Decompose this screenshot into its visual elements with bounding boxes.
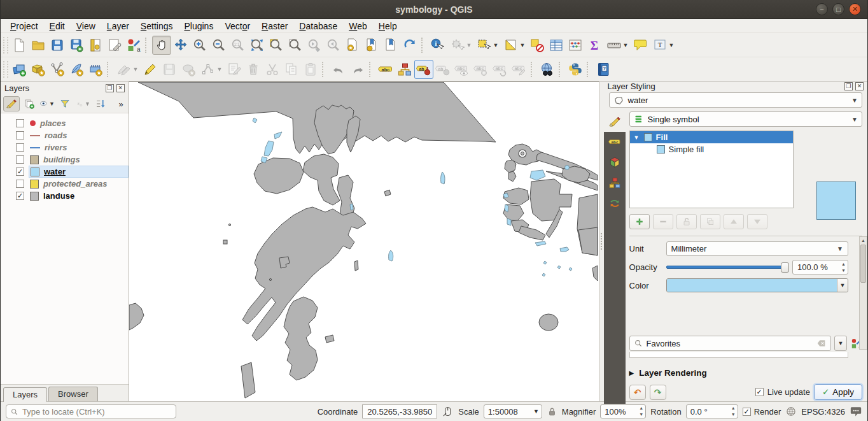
style-filter-dropdown[interactable]: ▼	[834, 336, 847, 351]
lock-symbol-layer-button[interactable]	[676, 214, 697, 229]
open-attribute-table-button[interactable]	[547, 36, 566, 55]
rotate-label-button[interactable]	[491, 60, 510, 79]
move-up-button[interactable]	[724, 214, 744, 229]
menu-vector[interactable]: Vector	[219, 20, 256, 32]
live-update-checkbox[interactable]: ✓	[755, 388, 764, 396]
layer-row-body[interactable]: water	[29, 166, 129, 178]
layer-selector-dropdown[interactable]: water ▼	[609, 92, 862, 108]
styling-tab-labels[interactable]	[604, 132, 626, 152]
zoom-to-selection-button[interactable]	[267, 36, 286, 55]
select-by-form-button[interactable]: ▼	[501, 36, 528, 55]
layer-name[interactable]: protected_areas	[43, 179, 107, 189]
layer-row-body[interactable]: roads	[29, 130, 129, 141]
show-bookmark-manager-button[interactable]	[381, 36, 400, 55]
pan-map-button[interactable]	[152, 36, 171, 55]
menu-plugins[interactable]: Plugins	[178, 20, 219, 32]
refresh-map-button[interactable]	[400, 36, 419, 55]
new-spatialite-layer-button[interactable]	[67, 60, 86, 79]
select-features-button[interactable]: ▼	[474, 36, 501, 55]
show-spatial-bookmarks-button[interactable]	[362, 36, 381, 55]
open-project-button[interactable]	[29, 36, 48, 55]
add-polygon-feature-button[interactable]	[179, 60, 198, 79]
dropdown-caret-icon[interactable]: ▼	[669, 42, 675, 48]
dropdown-caret-icon[interactable]: ▼	[85, 101, 90, 107]
menu-help[interactable]: Help	[373, 20, 403, 32]
duplicate-symbol-layer-button[interactable]	[700, 214, 720, 229]
current-edits-button[interactable]: ▼	[114, 60, 141, 79]
layer-visibility-checkbox[interactable]	[16, 131, 24, 139]
dropdown-caret-icon[interactable]: ▼	[493, 42, 499, 48]
spin-arrows-icon[interactable]: ▲▼	[731, 405, 736, 418]
filter-legend-button[interactable]	[57, 96, 73, 111]
redo-style-button[interactable]: ↷	[650, 385, 666, 400]
styling-tab-diagrams[interactable]	[604, 173, 626, 193]
minimize-button[interactable]: −	[816, 3, 828, 15]
save-layer-edits-button[interactable]	[160, 60, 179, 79]
map-canvas[interactable]	[129, 82, 599, 401]
dropdown-caret-icon[interactable]: ▼	[623, 42, 629, 48]
show-hide-labels-button[interactable]	[452, 60, 472, 79]
color-button[interactable]: ▼	[666, 278, 848, 292]
move-label-button[interactable]	[472, 60, 491, 79]
new-virtual-layer-button[interactable]	[86, 60, 105, 79]
zoom-next-button[interactable]	[324, 36, 343, 55]
dropdown-caret-icon[interactable]: ▼	[466, 42, 472, 48]
run-feature-action-button[interactable]: ▼	[447, 36, 474, 55]
styling-tab-symbology[interactable]	[604, 111, 626, 132]
layer-row-roads[interactable]: roads	[1, 129, 129, 141]
layers-panel-close-icon[interactable]: ✕	[116, 84, 125, 92]
coordinate-field[interactable]: 20.5265,-33.9850	[362, 404, 437, 418]
menu-raster[interactable]: Raster	[256, 20, 293, 32]
tab-browser[interactable]: Browser	[48, 387, 98, 401]
new-shapefile-layer-button[interactable]	[48, 60, 67, 79]
filter-by-expression-button[interactable]: ▼	[74, 96, 91, 111]
close-button[interactable]: ✕	[849, 3, 861, 15]
dropdown-caret-icon[interactable]: ▼	[49, 101, 55, 107]
layer-rendering-section[interactable]: ▶ Layer Rendering	[629, 368, 862, 378]
layer-name[interactable]: landuse	[43, 191, 74, 201]
pan-map-to-selection-button[interactable]	[171, 36, 190, 55]
zoom-native-button[interactable]	[228, 36, 248, 55]
zoom-to-layer-button[interactable]	[286, 36, 305, 55]
redo-button[interactable]	[348, 60, 367, 79]
maximize-button[interactable]: □	[832, 3, 844, 15]
toolbar-handle[interactable]	[3, 37, 8, 54]
layer-diagram-options-button[interactable]	[395, 60, 414, 79]
layer-labeling-options-button[interactable]	[376, 60, 395, 79]
dropdown-caret-icon[interactable]: ▼	[133, 66, 139, 73]
symbol-tree-row-fill[interactable]: ▼Fill	[630, 131, 793, 143]
layer-row-landuse[interactable]: ✓landuse	[1, 190, 129, 202]
toggle-editing-button[interactable]	[141, 60, 160, 79]
spin-arrows-icon[interactable]: ▲▼	[841, 261, 846, 274]
vertex-tool-button[interactable]: ▼	[198, 60, 225, 79]
manage-map-themes-button[interactable]: ▼	[39, 96, 55, 111]
layer-visibility-checkbox[interactable]: ✓	[16, 168, 24, 176]
rotation-spinbox[interactable]: 0.0 ° ▲▼	[686, 404, 738, 418]
styling-panel-close-icon[interactable]: ✕	[855, 82, 864, 90]
layer-row-body[interactable]: protected_areas	[29, 178, 129, 189]
renderer-dropdown[interactable]: Single symbol ▼	[629, 111, 862, 127]
menu-settings[interactable]: Settings	[135, 20, 179, 32]
layer-row-places[interactable]: places	[1, 117, 129, 129]
layer-row-water[interactable]: ✓water	[1, 166, 129, 178]
magnifier-spinbox[interactable]: 100% ▲▼	[600, 404, 646, 418]
copy-features-button[interactable]	[282, 60, 301, 79]
menu-project[interactable]: Project	[4, 20, 44, 32]
layer-row-body[interactable]: rivers	[29, 142, 129, 153]
styling-tab-history[interactable]	[604, 193, 626, 213]
menu-view[interactable]: View	[71, 20, 101, 32]
menu-database[interactable]: Database	[293, 20, 343, 32]
save-project-button[interactable]	[48, 36, 67, 55]
locate-input[interactable]: Type to locate (Ctrl+K)	[6, 404, 176, 418]
layer-name[interactable]: water	[44, 167, 66, 176]
dropdown-caret-icon[interactable]: ▼	[520, 42, 526, 48]
layer-visibility-checkbox[interactable]	[16, 155, 24, 164]
style-manager-button[interactable]	[124, 36, 143, 55]
dropdown-caret-icon[interactable]: ▼	[217, 66, 223, 73]
layer-row-body[interactable]: landuse	[29, 190, 129, 201]
add-group-button[interactable]	[21, 96, 38, 111]
expand-collapse-all-button[interactable]	[92, 96, 109, 111]
opacity-slider-handle[interactable]	[781, 262, 789, 273]
tree-twisty-icon[interactable]: ▼	[634, 134, 640, 141]
menu-web[interactable]: Web	[343, 20, 373, 32]
